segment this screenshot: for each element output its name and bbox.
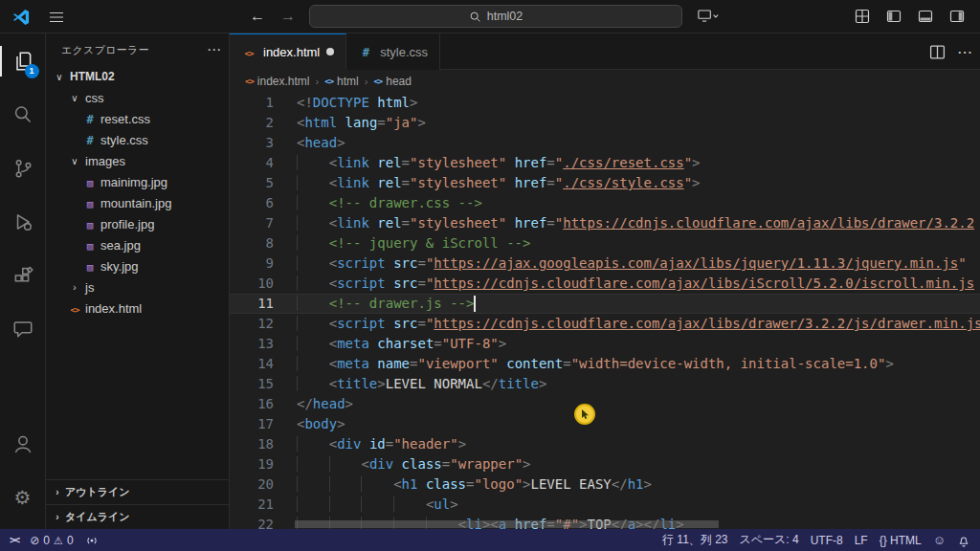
tree-item-css[interactable]: ∨css bbox=[46, 87, 229, 108]
code-token: > bbox=[692, 155, 700, 170]
line-number: 8 bbox=[230, 233, 274, 253]
code-token: rel bbox=[377, 155, 401, 170]
screen-share-button[interactable] bbox=[697, 6, 720, 27]
language-mode[interactable]: {} HTML bbox=[874, 529, 927, 551]
code-line-18[interactable]: 18 <div id="header"> bbox=[230, 434, 980, 454]
remote-indicator[interactable] bbox=[4, 529, 24, 551]
horizontal-scrollbar[interactable] bbox=[230, 519, 980, 529]
tab-index-html[interactable]: index.html bbox=[230, 33, 346, 70]
problems-indicator[interactable]: 0 0 bbox=[24, 529, 78, 551]
code-token: div bbox=[337, 436, 361, 452]
code-line-8[interactable]: 8 <!-- jquery & iScroll --> bbox=[230, 233, 980, 253]
activity-settings[interactable]: ⚙ bbox=[0, 475, 46, 519]
code-line-20[interactable]: 20 <h1 class="logo">LEVEL EASY</h1> bbox=[230, 474, 980, 495]
tree-item-js[interactable]: ›js bbox=[46, 276, 229, 298]
code-token: charset bbox=[377, 336, 434, 351]
code-token: ./css/reset.css bbox=[563, 155, 683, 170]
code-line-4[interactable]: 4 <link rel="stylesheet" href="./css/res… bbox=[230, 153, 980, 173]
menu-icon[interactable] bbox=[48, 9, 65, 26]
run-debug-icon bbox=[11, 210, 34, 233]
indentation[interactable]: スペース: 4 bbox=[734, 529, 805, 551]
tree-item-sky.jpg[interactable]: sky.jpg bbox=[46, 255, 229, 276]
activity-chat[interactable] bbox=[0, 307, 46, 351]
html-file-icon bbox=[241, 45, 256, 59]
code-line-1[interactable]: 1<!DOCTYPE html> bbox=[230, 93, 980, 113]
customize-layout-button[interactable] bbox=[851, 6, 874, 27]
code-token: link bbox=[337, 155, 369, 170]
activity-explorer[interactable]: 1 bbox=[0, 39, 46, 83]
line-content: <!DOCTYPE html> bbox=[274, 93, 980, 113]
code-line-9[interactable]: 9 <script src="https://ajax.googleapis.c… bbox=[230, 253, 980, 274]
code-line-11[interactable]: 11 <!-- drawer.js --> bbox=[230, 294, 980, 314]
line-number: 3 bbox=[230, 133, 274, 153]
activity-source-control[interactable] bbox=[0, 146, 46, 190]
command-center-search[interactable]: html02 bbox=[309, 5, 682, 28]
timeline-section[interactable]: › タイムライン bbox=[46, 504, 229, 529]
tab-style-css[interactable]: style.css bbox=[346, 33, 440, 70]
layout-controls bbox=[851, 6, 969, 27]
code-token: < bbox=[329, 155, 337, 170]
toggle-secondary-sidebar-button[interactable] bbox=[946, 6, 969, 27]
indent-guide bbox=[297, 296, 329, 311]
tree-item-index.html[interactable]: index.html bbox=[46, 298, 229, 319]
indent-guide bbox=[361, 476, 393, 492]
encoding[interactable]: UTF-8 bbox=[805, 529, 849, 551]
code-token: https://cdnjs.cloudflare.com/ajax/libs/i… bbox=[434, 276, 974, 291]
code-token: id bbox=[369, 436, 386, 452]
code-line-14[interactable]: 14 <meta name="viewport" content="width=… bbox=[230, 354, 980, 374]
code-line-21[interactable]: 21 <ul> bbox=[230, 495, 980, 515]
code-line-12[interactable]: 12 <script src="https://cdnjs.cloudflare… bbox=[230, 314, 980, 334]
cursor-position[interactable]: 行 11、列 23 bbox=[657, 529, 733, 551]
code-line-15[interactable]: 15 <title>LEVEL NORMAL</title> bbox=[230, 374, 980, 394]
toggle-primary-sidebar-button[interactable] bbox=[882, 6, 905, 27]
breadcrumb-html[interactable]: html bbox=[337, 75, 359, 88]
activity-run-debug[interactable] bbox=[0, 200, 46, 244]
code-line-16[interactable]: 16</head> bbox=[230, 394, 980, 414]
code-line-13[interactable]: 13 <meta charset="UTF-8"> bbox=[230, 334, 980, 354]
code-line-6[interactable]: 6 <!-- drawer.css --> bbox=[230, 193, 980, 213]
outline-section[interactable]: › アウトライン bbox=[46, 479, 229, 504]
back-button[interactable]: ← bbox=[247, 6, 268, 27]
tree-item-images[interactable]: ∨images bbox=[46, 150, 229, 171]
feedback[interactable] bbox=[927, 529, 951, 551]
activity-extensions[interactable] bbox=[0, 253, 46, 298]
indent-guide bbox=[297, 276, 329, 291]
line-number: 7 bbox=[230, 213, 274, 233]
more-actions-icon[interactable] bbox=[957, 43, 972, 61]
split-editor-icon[interactable] bbox=[929, 44, 946, 60]
activity-accounts[interactable] bbox=[0, 422, 46, 466]
forward-button[interactable]: → bbox=[278, 6, 299, 27]
activity-search[interactable] bbox=[0, 93, 46, 137]
code-line-19[interactable]: 19 <div class="wrapper"> bbox=[230, 454, 980, 474]
more-actions-icon[interactable] bbox=[207, 41, 221, 58]
ports-icon bbox=[85, 534, 99, 547]
tree-item-mountain.jpg[interactable]: mountain.jpg bbox=[46, 192, 229, 213]
line-number: 12 bbox=[230, 314, 274, 334]
scrollbar-slider[interactable] bbox=[295, 520, 719, 528]
modified-dot-icon[interactable] bbox=[326, 48, 334, 55]
breadcrumb-file[interactable]: index.html bbox=[257, 75, 310, 88]
code-token: content bbox=[506, 356, 563, 371]
search-value: html02 bbox=[487, 10, 523, 23]
eol[interactable]: LF bbox=[849, 529, 874, 551]
ports-indicator[interactable] bbox=[79, 529, 104, 551]
tree-item-reset.css[interactable]: reset.css bbox=[46, 108, 229, 129]
tree-item-profile.jpg[interactable]: profile.jpg bbox=[46, 213, 229, 234]
code-line-2[interactable]: 2<html lang="ja"> bbox=[230, 113, 980, 133]
toggle-panel-button[interactable] bbox=[914, 6, 937, 27]
tree-item-sea.jpg[interactable]: sea.jpg bbox=[46, 234, 229, 255]
notifications[interactable] bbox=[951, 529, 976, 551]
tree-item-mainimg.jpg[interactable]: mainimg.jpg bbox=[46, 171, 229, 192]
code-line-5[interactable]: 5 <link rel="stylesheet" href="./css/sty… bbox=[230, 173, 980, 193]
indent-guide bbox=[297, 456, 329, 472]
tree-item-style.css[interactable]: style.css bbox=[46, 129, 229, 150]
code-line-7[interactable]: 7 <link rel="stylesheet" href="https://c… bbox=[230, 213, 980, 233]
tree-item-HTML02[interactable]: ∨HTML02 bbox=[46, 66, 229, 87]
code-token: head bbox=[304, 135, 337, 150]
code-line-3[interactable]: 3<head> bbox=[230, 133, 980, 153]
breadcrumb-head[interactable]: head bbox=[386, 75, 412, 88]
code-line-17[interactable]: 17<body> bbox=[230, 414, 980, 434]
code-line-10[interactable]: 10 <script src="https://cdnjs.cloudflare… bbox=[230, 274, 980, 294]
line-content: <script src="https://ajax.googleapis.com… bbox=[274, 253, 980, 274]
code-editor[interactable]: 1<!DOCTYPE html>2<html lang="ja">3<head>… bbox=[230, 93, 980, 529]
